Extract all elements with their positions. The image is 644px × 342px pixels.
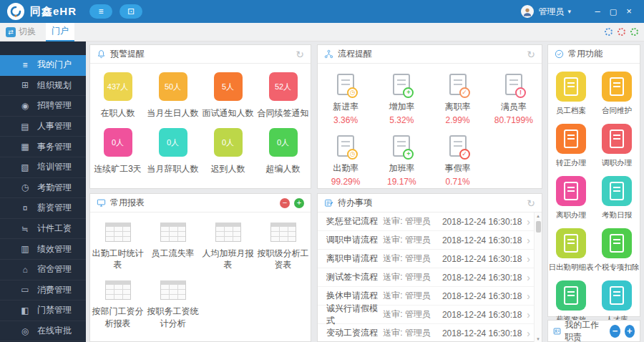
report-item[interactable]: 按部门工资分析报表 (90, 280, 145, 328)
sidebar-item-performance[interactable]: ▥绩效管理 (0, 239, 86, 260)
avatar (521, 5, 534, 18)
sidebar-item-recruitment[interactable]: ◉招聘管理 (0, 96, 86, 117)
process-item-growth-rate[interactable]: +增加率5.32% (374, 74, 429, 125)
todo-row[interactable]: 离职申请流程送审: 管理员2018-12-24 16:30:18› (318, 250, 542, 268)
sidebar-item-attendance[interactable]: ◷考勤管理 (0, 178, 86, 199)
report-item[interactable]: 员工流失率 (145, 223, 200, 270)
sliders-icon: ≒ (19, 224, 31, 234)
people-doc-icon: ▤ (19, 122, 31, 132)
chevron-right-icon: › (527, 272, 530, 283)
attendance-report-icon (602, 176, 632, 206)
expand-duty-button[interactable]: + (625, 325, 635, 338)
process-item-new-hire-rate[interactable]: ◷新进率3.36% (318, 74, 374, 125)
todo-scrollbar[interactable]: ▴ ▾ (534, 212, 542, 342)
badge-icon: + (403, 149, 414, 160)
remove-report-button[interactable]: − (280, 198, 290, 208)
sidebar-item-access-control[interactable]: ◧门禁管理 (0, 301, 86, 321)
warning-tile-overstaffed[interactable]: 0人超编人数 (255, 128, 311, 175)
badge-icon: ◷ (347, 149, 358, 160)
panel-warning-reminders: 预警提醒 ↻ 437人在职人数 50人当月生日人数 5人面试通知人数 52人合同… (89, 44, 311, 189)
function-employee-files[interactable]: 员工档案 (548, 72, 594, 116)
collapse-duty-button[interactable]: − (610, 325, 620, 338)
scrollbar-thumb[interactable] (536, 221, 541, 233)
report-item[interactable]: 按职级分析工资表 (255, 223, 311, 270)
table-icon (270, 223, 296, 242)
bell-icon (97, 49, 106, 59)
sidebar-item-online-approval[interactable]: ◎在线审批 (0, 321, 86, 342)
process-item-attendance-rate[interactable]: ◷出勤率99.29% (318, 135, 374, 187)
warning-tile-interview-notices[interactable]: 5人面试通知人数 (200, 72, 255, 119)
monitor-icon (97, 198, 106, 207)
user-menu[interactable]: 管理员 ▾ (521, 5, 571, 18)
sidebar-item-piecework[interactable]: ≒计件工资 (0, 219, 86, 240)
chart-doc-icon: ▥ (19, 244, 31, 254)
refresh-icon[interactable]: ↻ (527, 198, 535, 208)
function-attendance-daily[interactable]: 考勤日报 (594, 176, 640, 220)
sidebar-item-consumption[interactable]: ▭消费管理 (0, 280, 86, 301)
function-probation-confirmation[interactable]: 转正办理 (548, 124, 594, 168)
scroll-down-icon[interactable]: ▾ (537, 336, 540, 342)
todo-row[interactable]: 变动工资流程送审: 管理员2018-12-24 16:30:18› (318, 324, 542, 342)
sidebar-item-affairs[interactable]: ▦事务管理 (0, 137, 86, 157)
sidebar-item-training[interactable]: ▧培训管理 (0, 157, 86, 178)
tile-value: 0人 (159, 128, 187, 157)
tile-label: 迟到人数 (211, 163, 245, 175)
refresh-icon[interactable]: ↻ (296, 49, 304, 59)
process-item-overtime-rate[interactable]: +加班率19.17% (374, 135, 429, 187)
document-icon: + (393, 135, 410, 157)
warning-tile-onduty[interactable]: 437人在职人数 (90, 72, 145, 119)
report-item[interactable]: 人均加班月报表 (200, 223, 255, 270)
function-contract-maintenance[interactable]: 合同维护 (594, 72, 640, 116)
switch-icon: ⇄ (6, 27, 16, 37)
switch-button[interactable]: ⇄ 切换 (6, 26, 36, 38)
flow-share-icon (324, 49, 333, 59)
folder-settings-button[interactable]: ⊡ (119, 4, 142, 19)
transfer-icon (602, 124, 632, 154)
report-item[interactable]: 出勤工时统计表 (90, 223, 145, 270)
warning-tile-birthdays[interactable]: 50人当月生日人数 (145, 72, 200, 119)
chevron-right-icon: › (527, 309, 530, 321)
panel-title: 待办事项 (338, 197, 372, 209)
function-daily-attendance-detail[interactable]: 日出勤明细表 (548, 228, 594, 273)
settings-gear-red-icon[interactable] (618, 28, 625, 36)
warning-tile-late[interactable]: 0人迟到人数 (200, 128, 255, 175)
scroll-up-icon[interactable]: ▴ (537, 212, 540, 220)
function-transfer-processing[interactable]: 调职办理 (594, 124, 640, 168)
sidebar-item-payroll[interactable]: ¤薪资管理 (0, 198, 86, 219)
resignation-icon (556, 176, 586, 206)
process-item-capacity-rate[interactable]: !满员率80.7199% (486, 74, 542, 125)
process-item-turnover-rate[interactable]: ✓离职率2.99% (430, 74, 486, 125)
warning-tile-contract-renewals[interactable]: 52人合同续签通知 (255, 72, 311, 119)
function-tax-deduction[interactable]: 个税专项扣除 (594, 228, 640, 273)
minimize-button[interactable]: – (590, 0, 605, 23)
todo-row[interactable]: 奖惩登记流程送审: 管理员2018-12-24 16:30:18› (318, 212, 542, 231)
title-bar: 同鑫eHR ≡ ⊡ 管理员 ▾ – ▢ × (0, 0, 644, 23)
document-icon: + (393, 74, 410, 95)
menu-list-button[interactable]: ≡ (89, 4, 112, 19)
process-item-personal-leave-rate[interactable]: ✓事假率0.71% (430, 135, 486, 187)
settings-gear-green-icon[interactable] (630, 28, 638, 36)
sidebar-item-personnel[interactable]: ▤人事管理 (0, 117, 86, 137)
report-item[interactable]: 按职务工资统计分析 (145, 280, 200, 328)
warning-tile-resignations[interactable]: 0人当月辞职人数 (145, 128, 200, 175)
check-circle-icon (555, 49, 564, 59)
warning-tile-absenteeism[interactable]: 0人连续旷工3天 (90, 128, 145, 175)
door-icon: ◧ (19, 306, 31, 316)
settings-gear-blue-icon[interactable] (605, 28, 613, 36)
close-button[interactable]: × (621, 0, 637, 23)
card-icon: ▭ (19, 285, 31, 295)
calendar-clock-icon: ◷ (19, 182, 31, 192)
refresh-icon[interactable]: ↻ (527, 49, 535, 59)
tab-portal[interactable]: 门户 (46, 23, 74, 41)
sidebar-item-dormitory[interactable]: ⌂宿舍管理 (0, 260, 86, 280)
todo-row[interactable]: 调职申请流程送审: 管理员2018-12-24 16:30:18› (318, 231, 542, 250)
add-report-button[interactable]: + (294, 198, 304, 208)
document-icon: ◷ (337, 74, 354, 95)
sidebar-item-org-planning[interactable]: ⊞组织规划 (0, 76, 86, 97)
sidebar-item-my-portal[interactable]: ≡我的门户 (0, 55, 86, 76)
function-resignation-processing[interactable]: 离职办理 (548, 176, 594, 220)
todo-row[interactable]: 测试签卡流程送审: 管理员2018-12-24 16:30:18› (318, 268, 542, 287)
restore-button[interactable]: ▢ (605, 0, 621, 23)
confirmation-icon (556, 124, 586, 154)
todo-row[interactable]: 诚兴行请假模式送审: 管理员2018-12-24 16:30:18› (318, 306, 542, 324)
